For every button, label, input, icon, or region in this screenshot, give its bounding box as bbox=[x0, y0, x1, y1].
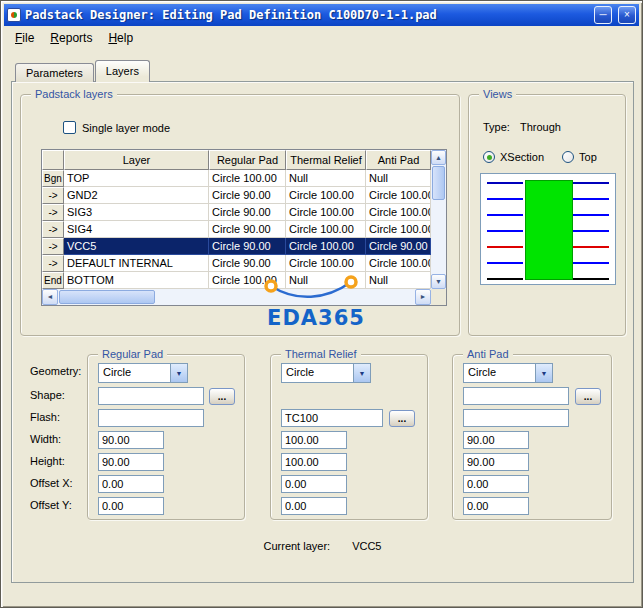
anti-pad-offset-y-input[interactable] bbox=[463, 497, 529, 515]
cell-anti-pad: Null bbox=[366, 170, 431, 187]
row-marker[interactable]: End bbox=[42, 272, 64, 289]
row-marker[interactable]: -> bbox=[42, 255, 64, 272]
anti-pad-geometry-value: Circle bbox=[464, 364, 535, 382]
row-marker[interactable]: -> bbox=[42, 238, 64, 255]
xsection-layer-line bbox=[573, 182, 609, 184]
table-row-default-internal[interactable]: -> DEFAULT INTERNAL Circle 90.00 Circle … bbox=[42, 255, 446, 272]
table-row-sig3[interactable]: -> SIG3 Circle 90.00 Circle 100.00 Circl… bbox=[42, 204, 446, 221]
anti-pad-width-input[interactable] bbox=[463, 431, 529, 449]
radio-top[interactable]: Top bbox=[562, 151, 597, 163]
tab-layers[interactable]: Layers bbox=[95, 60, 150, 82]
column-header-regular-pad[interactable]: Regular Pad bbox=[209, 150, 286, 170]
radio-xsection[interactable]: XSection bbox=[483, 151, 544, 163]
xsection-preview bbox=[480, 173, 616, 285]
anti-pad-shape-input[interactable] bbox=[463, 387, 569, 405]
minimize-button[interactable]: ─ bbox=[594, 6, 612, 24]
cell-thermal-relief: Circle 100.00 bbox=[286, 238, 366, 255]
row-marker[interactable]: -> bbox=[42, 187, 64, 204]
anti-pad-group-title: Anti Pad bbox=[463, 347, 513, 361]
vertical-scrollbar-thumb[interactable] bbox=[432, 166, 445, 200]
table-row-vcc5-selected[interactable]: -> VCC5 Circle 90.00 Circle 100.00 Circl… bbox=[42, 238, 446, 255]
regular-pad-geometry-value: Circle bbox=[99, 364, 170, 382]
regular-pad-geometry-select[interactable]: Circle ▼ bbox=[98, 363, 188, 383]
menu-file[interactable]: File bbox=[7, 29, 42, 47]
tab-parameters[interactable]: Parameters bbox=[15, 63, 94, 82]
table-corner-cell bbox=[42, 150, 64, 170]
horizontal-scrollbar-thumb[interactable] bbox=[59, 290, 155, 304]
close-button[interactable]: × bbox=[618, 6, 636, 24]
row-marker[interactable]: Bgn bbox=[42, 170, 64, 187]
regular-pad-shape-browse-button[interactable]: ... bbox=[209, 388, 235, 405]
cell-thermal-relief: Null bbox=[286, 272, 366, 289]
thermal-relief-offset-y-input[interactable] bbox=[281, 497, 347, 515]
anti-pad-offset-x-input[interactable] bbox=[463, 475, 529, 493]
regular-pad-group-title: Regular Pad bbox=[98, 347, 167, 361]
column-header-thermal-relief[interactable]: Thermal Relief bbox=[286, 150, 366, 170]
cell-thermal-relief: Circle 100.00 bbox=[286, 221, 366, 238]
column-header-anti-pad[interactable]: Anti Pad bbox=[366, 150, 431, 170]
xsection-layer-line bbox=[487, 182, 523, 184]
cell-layer: SIG3 bbox=[64, 204, 209, 221]
regular-pad-offset-y-input[interactable] bbox=[98, 497, 164, 515]
cell-layer: TOP bbox=[64, 170, 209, 187]
app-icon bbox=[7, 8, 21, 22]
thermal-relief-offset-x-input[interactable] bbox=[281, 475, 347, 493]
cell-layer: GND2 bbox=[64, 187, 209, 204]
menu-help[interactable]: Help bbox=[100, 29, 141, 47]
table-row-top[interactable]: Bgn TOP Circle 100.00 Null Null bbox=[42, 170, 446, 187]
dropdown-arrow-icon[interactable]: ▼ bbox=[535, 364, 552, 382]
regular-pad-group: Regular Pad Circle ▼ ... bbox=[87, 354, 245, 520]
column-header-layer[interactable]: Layer bbox=[64, 150, 209, 170]
dropdown-arrow-icon[interactable]: ▼ bbox=[353, 364, 370, 382]
view-radio-group: XSection Top bbox=[483, 151, 597, 163]
scroll-down-icon[interactable]: ▼ bbox=[431, 274, 446, 289]
thermal-relief-flash-input[interactable] bbox=[281, 409, 383, 427]
cell-anti-pad: Circle 100.00 bbox=[366, 187, 431, 204]
scroll-up-icon[interactable]: ▲ bbox=[431, 150, 446, 165]
thermal-relief-geometry-select[interactable]: Circle ▼ bbox=[281, 363, 371, 383]
cell-anti-pad: Circle 90.00 bbox=[366, 238, 431, 255]
anti-pad-geometry-select[interactable]: Circle ▼ bbox=[463, 363, 553, 383]
thermal-relief-group-title: Thermal Relief bbox=[281, 347, 361, 361]
anti-pad-shape-browse-button[interactable]: ... bbox=[575, 388, 601, 405]
regular-pad-offset-x-input[interactable] bbox=[98, 475, 164, 493]
dropdown-arrow-icon[interactable]: ▼ bbox=[170, 364, 187, 382]
cell-thermal-relief: Circle 100.00 bbox=[286, 187, 366, 204]
type-value: Through bbox=[520, 121, 561, 133]
layers-table-header: Layer Regular Pad Thermal Relief Anti Pa… bbox=[42, 150, 446, 170]
scroll-right-icon[interactable]: ► bbox=[415, 289, 431, 305]
thermal-relief-width-input[interactable] bbox=[281, 431, 347, 449]
regular-pad-height-input[interactable] bbox=[98, 453, 164, 471]
table-row-gnd2[interactable]: -> GND2 Circle 90.00 Circle 100.00 Circl… bbox=[42, 187, 446, 204]
anti-pad-group: Anti Pad Circle ▼ ... bbox=[452, 354, 612, 520]
window-title: Padstack Designer: Editing Pad Definitio… bbox=[25, 8, 588, 22]
anti-pad-height-input[interactable] bbox=[463, 453, 529, 471]
single-layer-mode-checkbox[interactable] bbox=[63, 121, 76, 134]
current-layer-row: Current layer: VCC5 bbox=[12, 540, 633, 552]
views-group-title: Views bbox=[479, 87, 516, 101]
regular-pad-shape-input[interactable] bbox=[98, 387, 204, 405]
cell-layer: DEFAULT INTERNAL bbox=[64, 255, 209, 272]
padstack-layers-group-title: Padstack layers bbox=[31, 87, 117, 101]
cell-layer: VCC5 bbox=[64, 238, 209, 255]
menu-reports[interactable]: Reports bbox=[42, 29, 100, 47]
thermal-relief-height-input[interactable] bbox=[281, 453, 347, 471]
width-label: Width: bbox=[30, 433, 61, 445]
horizontal-scrollbar[interactable]: ◄ ► bbox=[42, 289, 431, 305]
thermal-relief-flash-browse-button[interactable]: ... bbox=[389, 410, 415, 427]
anti-pad-flash-input[interactable] bbox=[463, 409, 569, 427]
xsection-layer-line bbox=[573, 246, 609, 248]
regular-pad-flash-input[interactable] bbox=[98, 409, 204, 427]
row-marker[interactable]: -> bbox=[42, 204, 64, 221]
type-label: Type: bbox=[483, 121, 510, 133]
current-layer-label: Current layer: bbox=[264, 540, 331, 552]
titlebar: Padstack Designer: Editing Pad Definitio… bbox=[4, 4, 639, 26]
views-group: Views Type: Through XSection Top bbox=[468, 94, 626, 336]
table-row-bottom[interactable]: End BOTTOM Circle 100.00 Null Null bbox=[42, 272, 446, 289]
xsection-layer-line bbox=[487, 246, 523, 248]
table-row-sig4[interactable]: -> SIG4 Circle 90.00 Circle 100.00 Circl… bbox=[42, 221, 446, 238]
regular-pad-width-input[interactable] bbox=[98, 431, 164, 449]
row-marker[interactable]: -> bbox=[42, 221, 64, 238]
scroll-left-icon[interactable]: ◄ bbox=[42, 289, 58, 305]
vertical-scrollbar[interactable]: ▲ ▼ bbox=[431, 150, 446, 289]
